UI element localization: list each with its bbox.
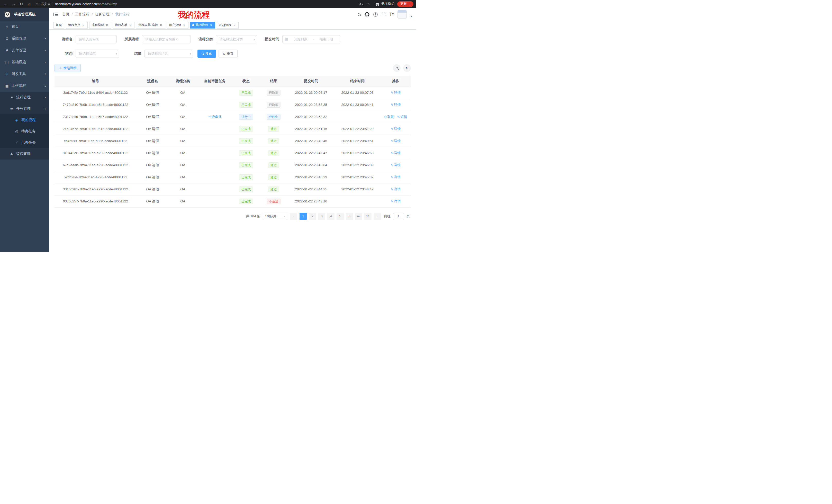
- pager-page-active[interactable]: 1: [300, 213, 307, 220]
- detail-link[interactable]: ✎详情: [391, 103, 401, 107]
- menu-fold-icon[interactable]: [49, 8, 62, 21]
- forward-icon[interactable]: →: [10, 1, 17, 7]
- search-icon[interactable]: [358, 13, 361, 16]
- key-icon[interactable]: [358, 1, 364, 7]
- category-select[interactable]: 请选择流程分类 ▾: [216, 35, 257, 44]
- pager-page-button[interactable]: 2: [309, 213, 316, 220]
- sidebar-item-todo-task[interactable]: ◎ 待办任务: [0, 125, 49, 137]
- result-tag: 不通过: [267, 199, 281, 204]
- pager-page-button[interactable]: 3: [318, 213, 325, 220]
- tab-process-form[interactable]: 流程表单 ×: [113, 22, 134, 29]
- result-select[interactable]: 请选择流结果 ▾: [145, 50, 193, 58]
- search-button-label: 搜索: [205, 51, 212, 56]
- tab-my-process[interactable]: 我的流程 ×: [190, 22, 215, 29]
- fullscreen-icon[interactable]: [382, 12, 386, 17]
- goto-page-input[interactable]: [393, 213, 404, 220]
- goto-unit: 页: [407, 214, 410, 219]
- pager-more-button[interactable]: •••: [355, 213, 362, 220]
- close-icon[interactable]: ×: [233, 23, 236, 27]
- back-icon[interactable]: ←: [3, 1, 9, 7]
- reload-icon[interactable]: ↻: [18, 1, 25, 7]
- detail-link[interactable]: ✎详情: [391, 187, 401, 191]
- search-button[interactable]: 搜索: [198, 50, 216, 58]
- reset-button[interactable]: ↻ 重置: [218, 50, 238, 58]
- tab-label: 首页: [56, 23, 62, 27]
- close-icon[interactable]: ×: [159, 23, 163, 27]
- address-bar[interactable]: ⚠ 不安全 dashboard.yudao.iocoder.cn/bpm/tas…: [35, 2, 357, 6]
- search-toggle-button[interactable]: [393, 64, 400, 72]
- refresh-table-button[interactable]: ↻: [403, 64, 411, 72]
- sidebar-item-home[interactable]: ⌂ 首页: [0, 21, 49, 33]
- cell-name: OA 请假: [136, 147, 169, 159]
- tab-user-group[interactable]: 用户分组 ×: [166, 22, 188, 29]
- sidebar-item-task-management[interactable]: ≣ 任务管理 ▴: [0, 103, 49, 114]
- font-size-icon[interactable]: TT: [390, 12, 394, 17]
- sidebar-item-done-task[interactable]: ✓ 已办任务: [0, 137, 49, 148]
- bookmark-star-icon[interactable]: ☆: [365, 1, 372, 7]
- date-range-picker[interactable]: ▦ 开始日期 - 结束日期: [282, 35, 340, 44]
- detail-link[interactable]: ✎详情: [391, 127, 401, 131]
- sidebar-item-infrastructure[interactable]: ▢ 基础设施 ▾: [0, 56, 49, 68]
- app-logo[interactable]: 芋道管理系统: [0, 8, 49, 21]
- browser-home-icon[interactable]: ⌂: [26, 1, 32, 7]
- close-icon[interactable]: ×: [209, 23, 213, 27]
- menu-item-label: 任务管理: [16, 106, 42, 111]
- cancel-link[interactable]: ⊘取消: [384, 115, 394, 119]
- tab-process-model[interactable]: 流程模型 ×: [89, 22, 111, 29]
- sidebar-item-process-management[interactable]: ≡ 流程管理 ▾: [0, 92, 49, 103]
- status-select[interactable]: 请选择状态 ▾: [76, 50, 119, 58]
- sidebar-item-leave-query[interactable]: ♟ 请假查询: [0, 148, 49, 160]
- detail-link[interactable]: ✎详情: [391, 175, 401, 179]
- avatar[interactable]: [397, 10, 407, 19]
- chevron-down-icon[interactable]: ▾: [411, 15, 412, 18]
- pager-page-button[interactable]: 6: [346, 213, 353, 220]
- my-process-icon: ◈: [15, 118, 19, 122]
- cell-category: OA: [169, 135, 197, 147]
- tab-process-definition[interactable]: 流程定义 ×: [66, 22, 88, 29]
- result-tag: 已取消: [267, 102, 281, 108]
- tab-home[interactable]: 首页: [53, 22, 64, 29]
- sidebar-item-payment[interactable]: ¥ 支付管理 ▾: [0, 45, 49, 56]
- detail-link[interactable]: ✎详情: [391, 91, 401, 94]
- detail-link[interactable]: ✎详情: [391, 163, 401, 167]
- cell-actions: ✎详情: [381, 135, 411, 147]
- page-size-select[interactable]: 10条/页 ▾: [263, 213, 287, 220]
- detail-link[interactable]: ✎详情: [391, 139, 401, 143]
- create-process-button[interactable]: ＋ 发起流程: [54, 64, 81, 72]
- tab-start-process[interactable]: 发起流程 ×: [217, 22, 239, 29]
- close-icon[interactable]: ×: [129, 23, 132, 27]
- breadcrumb-item[interactable]: 首页: [62, 12, 70, 17]
- github-icon[interactable]: [365, 12, 369, 17]
- menu-item-label: 工作流程: [11, 83, 42, 88]
- prev-page-button[interactable]: ‹: [290, 213, 297, 220]
- help-icon[interactable]: ?: [373, 12, 378, 17]
- pager-page-button[interactable]: 4: [327, 213, 335, 220]
- breadcrumb-item[interactable]: 任务管理: [95, 12, 109, 17]
- tab-label: 流程定义: [68, 23, 80, 27]
- kebab-menu-icon[interactable]: ⋮: [408, 2, 412, 6]
- sidebar-item-system[interactable]: ⚙ 系统管理 ▾: [0, 33, 49, 45]
- next-page-button[interactable]: ›: [374, 213, 381, 220]
- detail-link[interactable]: ✎详情: [391, 151, 401, 155]
- close-icon[interactable]: ×: [183, 23, 186, 27]
- sidebar-item-devtools[interactable]: ⊞ 研发工具 ▾: [0, 68, 49, 80]
- current-task-link[interactable]: 一级审批: [208, 115, 222, 119]
- pager-page-button[interactable]: 5: [337, 213, 344, 220]
- process-definition-input[interactable]: [142, 35, 191, 44]
- sidebar-item-my-process[interactable]: ◈ 我的流程: [0, 114, 49, 125]
- pager-page-button[interactable]: 11: [364, 213, 371, 220]
- close-icon[interactable]: ×: [82, 23, 85, 27]
- filter-label-name: 流程名: [54, 37, 73, 41]
- filter-label-definition: 所属流程: [121, 37, 139, 41]
- process-name-input[interactable]: [76, 35, 117, 44]
- sidebar-item-workflow[interactable]: ▣ 工作流程 ▴: [0, 80, 49, 92]
- date-separator: -: [312, 37, 315, 41]
- breadcrumb-item[interactable]: 工作流程: [75, 12, 89, 17]
- security-label[interactable]: 不安全: [41, 2, 51, 6]
- tab-process-form-edit[interactable]: 流程表单-编辑 ×: [136, 22, 165, 29]
- result-tag: 通过: [268, 138, 279, 144]
- detail-link[interactable]: ✎详情: [397, 115, 407, 119]
- update-button[interactable]: 更新 ⋮: [397, 1, 413, 7]
- detail-link[interactable]: ✎详情: [391, 199, 401, 203]
- close-icon[interactable]: ×: [105, 23, 109, 27]
